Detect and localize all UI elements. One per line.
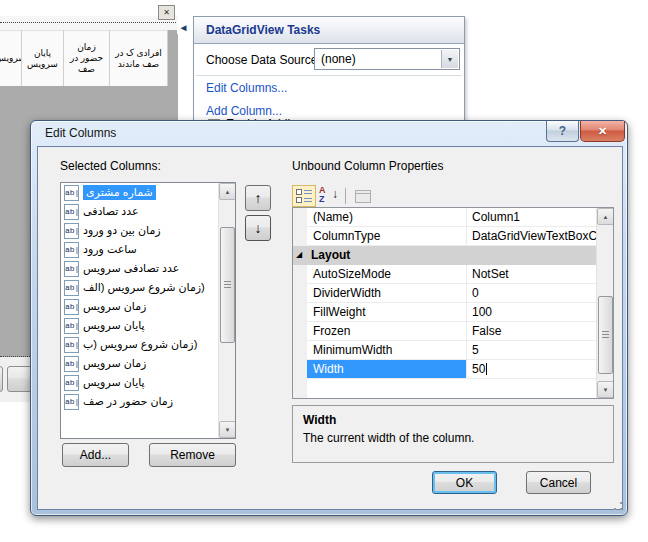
close-button[interactable]: ✕ bbox=[580, 121, 625, 142]
scroll-down-button[interactable]: ▼ bbox=[597, 381, 614, 398]
property-value[interactable]: 0 bbox=[467, 284, 596, 303]
scroll-up-button[interactable]: ▲ bbox=[219, 183, 236, 200]
property-name[interactable]: ColumnType bbox=[307, 227, 467, 246]
property-value[interactable]: NotSet bbox=[467, 265, 596, 284]
toolbar-separator bbox=[345, 188, 346, 204]
category-expander-icon[interactable]: ◢ bbox=[296, 250, 302, 259]
property-name[interactable]: AutoSizeMode bbox=[307, 265, 467, 284]
property-value[interactable]: 5 bbox=[467, 341, 596, 360]
column-list-item[interactable]: ab| شماره مشتری bbox=[61, 183, 235, 202]
column-item-label: زمان بین دو ورود bbox=[83, 224, 161, 237]
property-row-width-selected[interactable]: Width 50 bbox=[293, 360, 596, 379]
property-value[interactable]: Column1 bbox=[467, 208, 596, 227]
list-scrollbar[interactable]: ▲ ▼ bbox=[218, 183, 235, 438]
property-value-editing[interactable]: 50 bbox=[467, 360, 596, 379]
selection-marquee-top bbox=[0, 22, 176, 23]
column-list-item[interactable]: ab| زمان سرویس bbox=[61, 297, 235, 316]
cancel-button[interactable]: Cancel bbox=[526, 471, 591, 494]
column-list-item[interactable]: ab| (زمان شروع سرویس (ب bbox=[61, 335, 235, 354]
property-name[interactable]: DividerWidth bbox=[307, 284, 467, 303]
propertygrid-toolbar: A Z ↓ bbox=[292, 185, 614, 207]
combo-dropdown-button[interactable]: ▼ bbox=[441, 50, 458, 68]
resize-grip[interactable] bbox=[613, 501, 623, 511]
partial-form-button-edge[interactable] bbox=[0, 366, 3, 392]
property-value[interactable]: 100 bbox=[467, 303, 596, 322]
column-list-item[interactable]: ab| زمان بین دو ورود bbox=[61, 221, 235, 240]
thumb-grip bbox=[224, 281, 231, 289]
grid-header-cell[interactable]: سرویس bbox=[0, 30, 22, 86]
column-item-label: (زمان شروع سرویس (ب bbox=[83, 338, 197, 351]
column-item-label: (زمان شروع سرویس (الف bbox=[83, 281, 205, 294]
property-name[interactable]: Frozen bbox=[307, 322, 467, 341]
column-list-item[interactable]: ab| پایان سرویس bbox=[61, 373, 235, 392]
datagridview-tasks-panel: DataGridView Tasks Choose Data Source: (… bbox=[193, 16, 465, 132]
thumb-grip bbox=[602, 331, 609, 339]
categorized-icon bbox=[296, 189, 312, 203]
description-text: The current width of the column. bbox=[303, 431, 474, 445]
grid-header-cell[interactable]: زمان حضور در صف bbox=[64, 30, 110, 86]
property-description-panel: Width The current width of the column. bbox=[292, 405, 614, 463]
property-row[interactable]: DividerWidth 0 bbox=[293, 284, 596, 303]
property-row[interactable]: Frozen False bbox=[293, 322, 596, 341]
alphabetical-sort-button[interactable]: A Z ↓ bbox=[316, 185, 340, 207]
edit-columns-dialog: Edit Columns ? ✕ Selected Columns: Unbou… bbox=[30, 120, 628, 516]
property-name[interactable]: (Name) bbox=[307, 208, 467, 227]
tasks-panel-title: DataGridView Tasks bbox=[206, 23, 320, 37]
grid-header-cell[interactable]: پایان سرویس bbox=[22, 30, 64, 86]
column-list-item[interactable]: ab| ساعت ورود bbox=[61, 240, 235, 259]
column-item-label: عدد تصادفی سرویس bbox=[83, 262, 179, 275]
add-button[interactable]: Add... bbox=[62, 443, 129, 467]
column-list-item[interactable]: ab| عدد تصادفی bbox=[61, 202, 235, 221]
scroll-up-button[interactable]: ▲ bbox=[597, 208, 614, 225]
selected-columns-listbox[interactable]: ab| شماره مشتری ab| عدد تصادفی ab| زمان … bbox=[60, 182, 236, 439]
textbox-column-icon: ab| bbox=[64, 280, 79, 296]
property-row[interactable]: AutoSizeMode NotSet bbox=[293, 265, 596, 284]
textbox-column-icon: ab| bbox=[64, 394, 79, 410]
help-button[interactable]: ? bbox=[546, 121, 579, 142]
column-list-item[interactable]: ab| زمان سرویس bbox=[61, 354, 235, 373]
remove-button[interactable]: Remove bbox=[149, 443, 236, 467]
property-value[interactable]: DataGridViewTextBoxColumn bbox=[467, 227, 596, 246]
grid-header-cell[interactable]: افرادی ک در صف ماندند bbox=[110, 30, 168, 86]
up-arrow-icon: ▲ bbox=[603, 214, 609, 220]
textbox-column-icon: ab| bbox=[64, 204, 79, 220]
edit-columns-link[interactable]: Edit Columns... bbox=[206, 81, 287, 95]
textbox-column-icon: ab| bbox=[64, 185, 79, 201]
category-row-layout[interactable]: ◢ Layout bbox=[293, 246, 596, 265]
textbox-column-icon: ab| bbox=[64, 242, 79, 258]
add-column-link[interactable]: Add Column... bbox=[206, 104, 282, 118]
column-list-item[interactable]: ab| عدد تصادفی سرویس bbox=[61, 259, 235, 278]
data-source-combobox[interactable]: (none) ▼ bbox=[314, 48, 460, 70]
property-name[interactable]: MinimumWidth bbox=[307, 341, 467, 360]
property-grid[interactable]: (Name) Column1 ColumnType DataGridViewTe… bbox=[292, 207, 614, 399]
propertygrid-scrollbar[interactable]: ▲ ▼ bbox=[596, 208, 613, 398]
down-arrow-icon: ▼ bbox=[225, 427, 231, 433]
textbox-column-icon: ab| bbox=[64, 356, 79, 372]
textbox-column-icon: ab| bbox=[64, 261, 79, 277]
width-value: 50 bbox=[472, 362, 485, 376]
property-row[interactable]: FillWeight 100 bbox=[293, 303, 596, 322]
column-list-item[interactable]: ab| (زمان شروع سرویس (الف bbox=[61, 278, 235, 297]
property-value[interactable]: False bbox=[467, 322, 596, 341]
data-source-value: (none) bbox=[321, 52, 356, 66]
move-up-button[interactable]: ↑ bbox=[245, 185, 271, 211]
move-down-button[interactable]: ↓ bbox=[245, 215, 271, 241]
scrollbar-thumb[interactable] bbox=[220, 227, 235, 343]
column-list-item[interactable]: ab| زمان حضور در صف bbox=[61, 392, 235, 411]
column-list-item[interactable]: ab| پایان سرویس bbox=[61, 316, 235, 335]
property-row[interactable]: MinimumWidth 5 bbox=[293, 341, 596, 360]
scrollbar-thumb[interactable] bbox=[598, 296, 613, 374]
tasks-separator bbox=[196, 75, 462, 76]
close-icon[interactable]: ✕ bbox=[158, 5, 175, 20]
property-pages-button[interactable] bbox=[351, 185, 375, 207]
categorized-view-button[interactable] bbox=[292, 185, 316, 207]
property-name[interactable]: Width bbox=[307, 360, 467, 379]
textbox-column-icon: ab| bbox=[64, 299, 79, 315]
property-row[interactable]: (Name) Column1 bbox=[293, 208, 596, 227]
textbox-column-icon: ab| bbox=[64, 337, 79, 353]
property-name[interactable]: FillWeight bbox=[307, 303, 467, 322]
scroll-down-button[interactable]: ▼ bbox=[219, 421, 236, 438]
smart-tag-arrow-icon[interactable]: ◄ bbox=[177, 21, 190, 34]
ok-button[interactable]: OK bbox=[432, 471, 497, 494]
property-row[interactable]: ColumnType DataGridViewTextBoxColumn bbox=[293, 227, 596, 246]
